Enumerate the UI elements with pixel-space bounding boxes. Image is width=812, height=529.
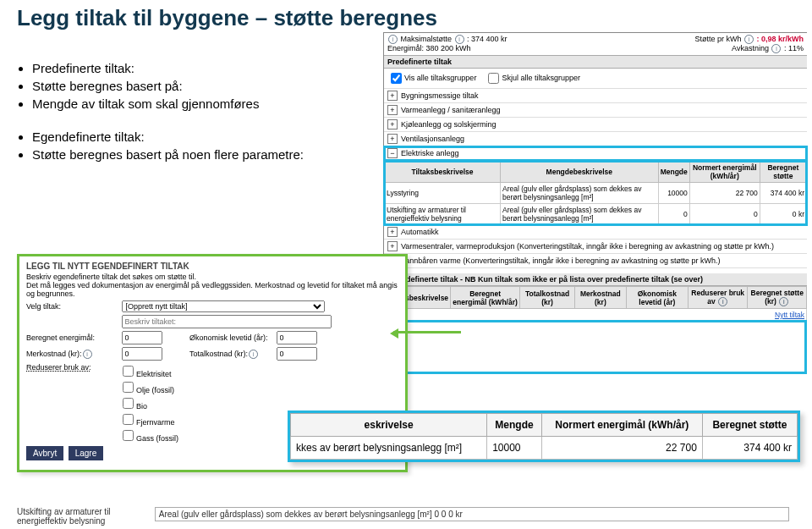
plus-icon: +	[387, 91, 398, 101]
app-panel: i Maksimalstøtte i : 374 400 kr Energimå…	[383, 32, 807, 322]
minus-icon: −	[387, 148, 398, 158]
bottom-first: Utskifting av armaturer til energieffekt…	[17, 507, 152, 526]
group-vent[interactable]: +Ventilasjonsanlegg	[384, 132, 807, 146]
group-elektr[interactable]: −Elektriske anlegg	[384, 146, 807, 161]
zoom-callout: eskrivelse Mengde Normert energimål (kWh…	[288, 411, 800, 462]
page-title: Legg tiltak til byggene – støtte beregne…	[0, 0, 812, 35]
chk-fjernvarme[interactable]: Fjernvarme	[119, 418, 175, 427]
zoom-th3: Normert energimål (kWh/år)	[541, 414, 702, 437]
eg-th4: Merkostnad (kr)	[575, 287, 627, 309]
cell: 0	[689, 204, 760, 225]
merkostnad-input[interactable]	[122, 347, 162, 361]
table-row: Utskifting av armaturer til energieffekt…	[385, 204, 807, 225]
beregnet-label: Beregnet energimål:	[26, 333, 119, 342]
plus-icon: +	[387, 119, 398, 129]
arrow-icon	[393, 331, 461, 333]
group-auto[interactable]: +Automatikk	[384, 225, 807, 240]
plus-icon: +	[387, 134, 398, 144]
eg-th2: Beregnet energimål (kWh/år)	[451, 287, 520, 309]
cell: 22 700	[541, 437, 702, 460]
cell: 10000	[487, 437, 542, 460]
nytt-tiltak-link[interactable]: Nytt tiltak	[775, 311, 804, 319]
cell: 22 700	[689, 183, 760, 204]
oklevetid-input[interactable]	[277, 331, 317, 344]
egendef-table: Tiltaksbeskrivelse Beregnet energimål (k…	[384, 286, 807, 322]
cell-mengde[interactable]: 0	[658, 204, 689, 225]
b1: Predefinerte tiltak:	[32, 61, 355, 75]
vis-alle-checkbox[interactable]	[391, 73, 402, 84]
group-varme[interactable]: +Varmeanlegg / sanitæranlegg	[384, 103, 807, 118]
reduserer-checkboxes: Elektrisitet Olje (fossil) Bio Fjernvarm…	[119, 363, 178, 444]
cell: Lysstyring	[385, 183, 501, 204]
egendef-section-label: Egendefinerte tiltak - NB Kun tiltak som…	[384, 273, 807, 286]
plus-icon: +	[387, 227, 398, 237]
highlight-box	[379, 320, 807, 374]
beskriv-tiltak-input[interactable]	[122, 315, 332, 328]
zoom-th2: Mengde	[487, 414, 542, 437]
cell: Areal (gulv eller gårdsplass) som dekkes…	[501, 183, 659, 204]
modal-title: LEGG TIL NYTT EGENDEFINERT TILTAK	[26, 262, 398, 271]
elektr-table: Tiltaksbeskrivelse Mengdebeskrivelse Men…	[384, 161, 807, 225]
eg-th5: Økonomisk levetid (år)	[626, 287, 688, 309]
cell: kkes av berørt belysningsanlegg [m²]	[291, 437, 487, 460]
th-mengdebeskr: Mengdebeskrivelse	[501, 162, 659, 183]
cell: Utskifting av armaturer til energieffekt…	[385, 204, 501, 225]
cell: Areal (gulv eller gårdsplass) som dekkes…	[501, 204, 659, 225]
predef-section-label: Predefinerte tiltak	[384, 56, 807, 69]
bottom-row: Utskifting av armaturer til energieffekt…	[17, 507, 795, 526]
velg-tiltak-label: Velg tiltak:	[26, 302, 119, 311]
table-row: Lysstyring Areal (gulv eller gårdsplass)…	[385, 183, 807, 204]
modal-sub1: Beskriv egendefinerte tiltak det søkes o…	[26, 273, 398, 281]
cell-mengde[interactable]: 10000	[658, 183, 689, 204]
skjul-alle[interactable]: Skjul alle tiltaksgrupper	[485, 74, 580, 82]
skjul-alle-checkbox[interactable]	[488, 73, 499, 84]
totalkostnad-label: Totalkostnad (kr):i	[189, 350, 274, 359]
avbryt-button[interactable]: Avbryt	[26, 446, 63, 460]
slide-body: Predefinerte tiltak: Støtte beregnes bas…	[17, 58, 355, 165]
zoom-th1: eskrivelse	[291, 414, 487, 437]
info-icon: i	[718, 297, 727, 306]
info-icon: i	[771, 44, 781, 53]
maxstotte-label: Maksimalstøtte	[401, 35, 453, 43]
group-varmesentral[interactable]: +Varmesentraler, varmeproduksjon (Konver…	[384, 240, 807, 254]
chk-elektrisitet[interactable]: Elektrisitet	[119, 370, 172, 378]
toggle-all-row: Vis alle tiltaksgrupper Skjul alle tilta…	[384, 69, 807, 89]
plus-icon: +	[387, 241, 398, 251]
group-vannbaren[interactable]: +Vannbåren varme (Konverteringstiltak, i…	[384, 254, 807, 268]
energimal: Energimål: 380 200 kWh	[387, 44, 471, 52]
info-icon: i	[779, 297, 788, 306]
info-icon: i	[249, 350, 258, 359]
chk-bio[interactable]: Bio	[119, 402, 147, 411]
info-icon: i	[83, 350, 92, 359]
totalkostnad-input[interactable]	[277, 347, 317, 361]
info-icon: i	[744, 35, 754, 44]
plus-icon: +	[387, 105, 398, 115]
avkast-lbl: Avkastning	[732, 44, 769, 52]
b3: Mengde av tiltak som skal gjennomføres	[32, 96, 355, 111]
stottepr-lbl: Støtte pr kWh	[694, 35, 741, 43]
modal-sub2: Det må legges ved dokumentasjon av energ…	[26, 281, 398, 298]
merkostnad-label: Merkostnad (kr):i	[26, 350, 119, 359]
beregnet-input[interactable]	[122, 331, 162, 344]
chk-gass[interactable]: Gass (fossil)	[119, 434, 178, 443]
info-icon: i	[455, 35, 464, 44]
eg-th3: Totalkostnad (kr)	[520, 287, 575, 309]
th-tiltak: Tiltaksbeskrivelse	[385, 162, 501, 183]
b4: Egendefinerte tiltak:	[32, 129, 355, 144]
chk-olje[interactable]: Olje (fossil)	[119, 386, 174, 394]
th-norm: Normert energimål (kWh/år)	[689, 162, 760, 183]
table-row: Nytt tiltak	[385, 309, 807, 322]
info-icon: i	[388, 35, 398, 44]
group-bygg[interactable]: +Bygningsmessige tiltak	[384, 89, 807, 103]
th-stotte: Beregnet støtte	[760, 162, 806, 183]
group-kjole[interactable]: +Kjøleanlegg og solskjerming	[384, 118, 807, 132]
zoom-th4: Beregnet støtte	[702, 414, 797, 437]
th-mengde: Mengde	[658, 162, 689, 183]
bottom-rest: Areal (gulv eller gårdsplass) som dekkes…	[155, 507, 789, 521]
velg-tiltak-select[interactable]: [Opprett nytt tiltak]	[122, 300, 325, 312]
lagre-button[interactable]: Lagre	[69, 446, 104, 460]
table-row: kkes av berørt belysningsanlegg [m²] 100…	[291, 437, 798, 460]
cell: 0 kr	[760, 204, 806, 225]
vis-alle[interactable]: Vis alle tiltaksgrupper	[387, 74, 476, 82]
eg-th6: Reduserer bruk av i	[688, 287, 747, 309]
